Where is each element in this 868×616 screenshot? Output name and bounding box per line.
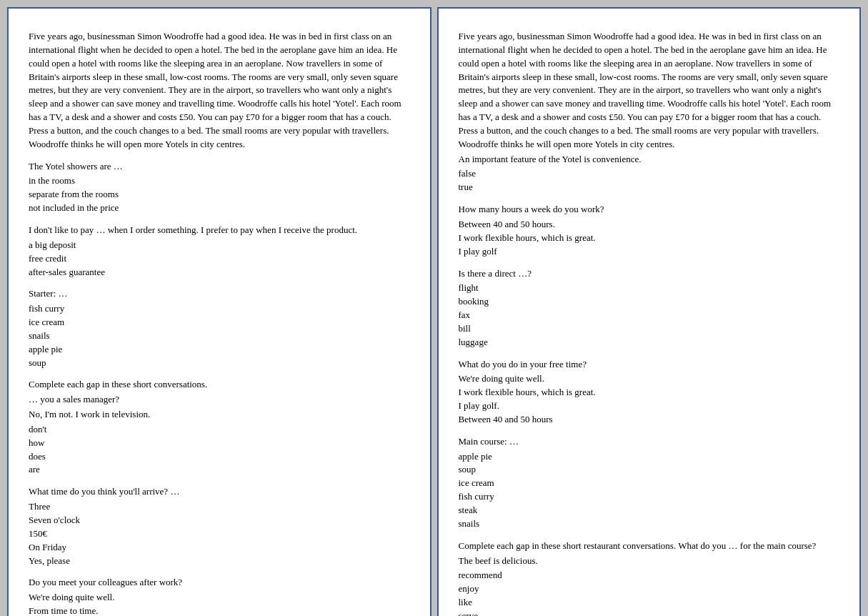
list-item: ice cream	[459, 477, 840, 490]
right-q6-block: Complete each gap in these short restaur…	[459, 540, 840, 616]
list-item: steak	[459, 504, 840, 517]
list-item: We're doing quite well.	[29, 591, 410, 605]
left-q6-block: Do you meet your colleagues after work? …	[29, 576, 410, 616]
list-item: Three	[29, 500, 410, 514]
list-item: I play golf	[459, 245, 840, 259]
left-q3-block: Starter: … fish curry ice cream snails a…	[29, 287, 410, 369]
list-item: how	[29, 437, 410, 450]
list-item: snails	[29, 329, 410, 343]
list-item: not included in the price	[29, 202, 410, 215]
right-para1-extra: An important feature of the Yotel is con…	[459, 153, 840, 167]
left-q2-label: I don't like to pay … when I order somet…	[29, 224, 410, 237]
right-page: Five years ago, businessman Simon Woodro…	[437, 7, 862, 616]
right-q5-label: Main course: …	[459, 435, 840, 449]
right-para1-text: Five years ago, businessman Simon Woodro…	[459, 30, 840, 151]
right-q6-sub: The beef is delicious.	[459, 555, 840, 568]
left-q4-sub: … you a sales manager?	[29, 393, 410, 407]
list-item: I play golf.	[459, 399, 840, 413]
list-item: does	[29, 450, 410, 464]
list-item: enjoy	[459, 582, 840, 596]
left-q5-label: What time do you think you'll arrive? …	[29, 485, 410, 499]
list-item: fish curry	[29, 302, 410, 316]
list-item: From time to time.	[29, 605, 410, 616]
list-item: On Friday	[29, 541, 410, 555]
right-q4-label: What do you do in your free time?	[459, 358, 840, 372]
left-para1-text: Five years ago, businessman Simon Woodro…	[29, 30, 410, 151]
right-q3-label: Is there a direct …?	[459, 267, 840, 281]
list-item: recommend	[459, 569, 840, 582]
left-q3-label: Starter: …	[29, 287, 410, 301]
list-item: a big deposit	[29, 239, 410, 252]
list-item: soup	[29, 357, 410, 370]
list-item: luggage	[459, 336, 840, 349]
list-item: in the rooms	[29, 174, 410, 188]
left-q5-block: What time do you think you'll arrive? … …	[29, 485, 410, 567]
list-item: like	[459, 596, 840, 610]
list-item: 150€	[29, 527, 410, 541]
left-q1-block: The Yotel showers are … in the rooms sep…	[29, 160, 410, 215]
list-item: Between 40 and 50 hours.	[459, 218, 840, 232]
right-q6-label: Complete each gap in these short restaur…	[459, 540, 840, 553]
list-item: I work flexible hours, which is great.	[459, 386, 840, 399]
list-item: snails	[459, 517, 840, 531]
list-item: Yes, please	[29, 555, 410, 568]
left-page: Five years ago, businessman Simon Woodro…	[7, 7, 431, 616]
list-item: fax	[459, 309, 840, 322]
list-item: Seven o'clock	[29, 514, 410, 527]
list-item: apple pie	[29, 343, 410, 357]
list-item: true	[459, 181, 840, 194]
right-q2-label: How many hours a week do you work?	[459, 203, 840, 217]
right-q2-block: How many hours a week do you work? Betwe…	[459, 203, 840, 258]
left-q6-label: Do you meet your colleagues after work?	[29, 576, 410, 590]
list-item: We're doing quite well.	[459, 372, 840, 386]
list-item: I work flexible hours, which is great.	[459, 232, 840, 245]
list-item: don't	[29, 423, 410, 437]
left-q4-block: Complete each gap in these short convers…	[29, 378, 410, 477]
left-paragraph1: Five years ago, businessman Simon Woodro…	[29, 30, 410, 151]
list-item: soup	[459, 463, 840, 477]
list-item: after-sales guarantee	[29, 266, 410, 279]
list-item: ice cream	[29, 316, 410, 329]
list-item: bill	[459, 322, 840, 336]
list-item: free credit	[29, 252, 410, 266]
right-paragraph1: Five years ago, businessman Simon Woodro…	[459, 30, 840, 194]
left-q1-label: The Yotel showers are …	[29, 160, 410, 174]
right-q5-block: Main course: … apple pie soup ice cream …	[459, 435, 840, 531]
left-q4-label: Complete each gap in these short convers…	[29, 378, 410, 392]
right-q3-block: Is there a direct …? flight booking fax …	[459, 267, 840, 349]
right-q4-block: What do you do in your free time? We're …	[459, 358, 840, 427]
list-item: are	[29, 463, 410, 477]
left-q2-block: I don't like to pay … when I order somet…	[29, 224, 410, 279]
list-item: flight	[459, 282, 840, 295]
list-item: booking	[459, 295, 840, 309]
list-item: serve	[459, 610, 840, 616]
list-item: apple pie	[459, 450, 840, 464]
list-item: false	[459, 167, 840, 181]
page-container: Five years ago, businessman Simon Woodro…	[7, 7, 861, 616]
list-item: Between 40 and 50 hours	[459, 413, 840, 427]
list-item: fish curry	[459, 490, 840, 504]
list-item: separate from the rooms	[29, 188, 410, 202]
left-q4-answer: No, I'm not. I work in television.	[29, 408, 410, 422]
